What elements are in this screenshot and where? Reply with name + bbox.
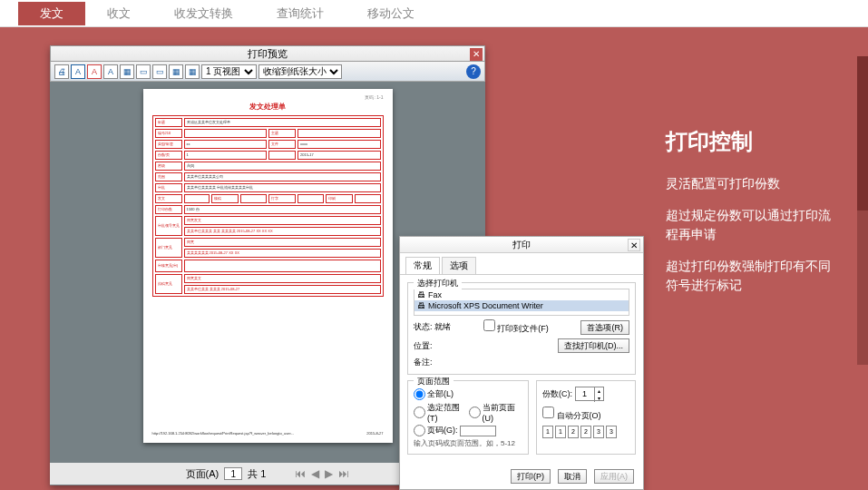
printer-icon: 🖷 <box>417 301 425 310</box>
next-page-icon[interactable]: ▶ <box>325 467 333 480</box>
tab-mobile[interactable]: 移动公文 <box>346 2 436 25</box>
cancel-button[interactable]: 取消 <box>558 469 587 484</box>
range-current-radio[interactable] <box>469 407 481 418</box>
find-printer-button[interactable]: 查找打印机(D)... <box>558 338 629 353</box>
collate-check[interactable] <box>542 407 554 418</box>
tab-options[interactable]: 选项 <box>442 257 476 274</box>
print-dialog: 打印 ✕ 常规 选项 选择打印机 🖷Fax 🖷Microsoft XPS Doc… <box>399 236 644 490</box>
range-all-radio[interactable] <box>414 388 425 400</box>
preview-url: http://192.168.1.254:8092/workflow/reque… <box>152 431 294 436</box>
preview-toolbar: 🖨 A A A ▦ ▭ ▭ ▦ ▦ 1 页视图 收缩到纸张大小 ? <box>50 62 485 82</box>
tab-general[interactable]: 常规 <box>405 257 440 274</box>
apply-button[interactable]: 应用(A) <box>594 469 634 484</box>
last-page-icon[interactable]: ⏭ <box>338 467 349 480</box>
printer-xps[interactable]: 🖷Microsoft XPS Document Writer <box>414 300 629 311</box>
preferences-button[interactable]: 首选项(R) <box>580 320 629 335</box>
range-pages-radio[interactable] <box>414 425 425 436</box>
info-line: 灵活配置可打印份数 <box>666 174 843 193</box>
prev-page-icon[interactable]: ◀ <box>311 467 319 480</box>
preview-page: 页码: 1-1 发文处理单 标题黄浦区某某单位发文处理单 编号210主题 类型/… <box>143 89 393 443</box>
layout-icon[interactable]: ▦ <box>120 64 134 79</box>
print-icon[interactable]: 🖨 <box>54 64 69 79</box>
spin-down-icon[interactable]: ▾ <box>594 395 603 402</box>
copies-spinner[interactable]: ▴▾ <box>575 387 604 401</box>
zoom-select[interactable]: 收缩到纸张大小 <box>258 64 342 79</box>
page-indicator: 页码: 1-1 <box>365 94 383 100</box>
mode-a-icon[interactable]: A <box>71 64 85 79</box>
to-file-check[interactable] <box>483 319 495 331</box>
tab-query[interactable]: 查询统计 <box>255 2 346 25</box>
pages-input[interactable] <box>460 426 496 436</box>
multi-icon[interactable]: ▦ <box>169 64 183 79</box>
signature-2: 同意 <box>184 238 381 247</box>
printer-list[interactable]: 🖷Fax 🖷Microsoft XPS Document Writer <box>414 289 629 316</box>
help-icon[interactable]: ? <box>466 64 481 79</box>
tab-receive[interactable]: 收文 <box>85 2 152 25</box>
fit-icon[interactable]: ▭ <box>136 64 151 79</box>
view-select[interactable]: 1 页视图 <box>201 64 257 79</box>
tab-convert[interactable]: 收发文转换 <box>152 2 255 25</box>
mode-c-icon[interactable]: A <box>103 64 118 79</box>
signature-1: 同意发文 <box>184 216 381 225</box>
printer-icon: 🖷 <box>417 290 425 299</box>
doc-title: 发文处理单 <box>152 102 384 112</box>
info-title: 打印控制 <box>666 127 843 156</box>
info-panel: 打印控制 灵活配置可打印份数 超过规定份数可以通过打印流程再申请 超过打印份数强… <box>666 127 843 308</box>
top-tabs: 发文 收文 收发文转换 查询统计 移动公文 <box>0 0 868 27</box>
grid-icon[interactable]: ▦ <box>185 64 200 79</box>
mode-b-icon[interactable]: A <box>87 64 102 79</box>
print-title: 打印 <box>512 239 531 251</box>
doc-form: 标题黄浦区某某单位发文处理单 编号210主题 类型/标签xx文件xxxx 份数/… <box>152 115 384 297</box>
close-icon[interactable]: ✕ <box>470 48 483 61</box>
collate-preview: 112233 <box>542 426 617 438</box>
tab-send[interactable]: 发文 <box>18 2 85 25</box>
print-button[interactable]: 打印(P) <box>511 469 551 484</box>
info-line: 超过打印份数强制打印有不同符号进行标记 <box>666 257 843 295</box>
print-close-icon[interactable]: ✕ <box>628 239 640 251</box>
printer-fax[interactable]: 🖷Fax <box>414 289 629 300</box>
signature-3: 同意某文 <box>184 274 381 283</box>
spin-up-icon[interactable]: ▴ <box>594 387 603 395</box>
page-input[interactable] <box>224 467 242 480</box>
accent-bars <box>857 56 868 490</box>
info-line: 超过规定份数可以通过打印流程再申请 <box>666 206 843 244</box>
first-page-icon[interactable]: ⏮ <box>295 467 306 480</box>
range-selection-radio[interactable] <box>414 407 425 418</box>
fitw-icon[interactable]: ▭ <box>152 64 167 79</box>
preview-title: 打印预览 <box>248 47 288 61</box>
